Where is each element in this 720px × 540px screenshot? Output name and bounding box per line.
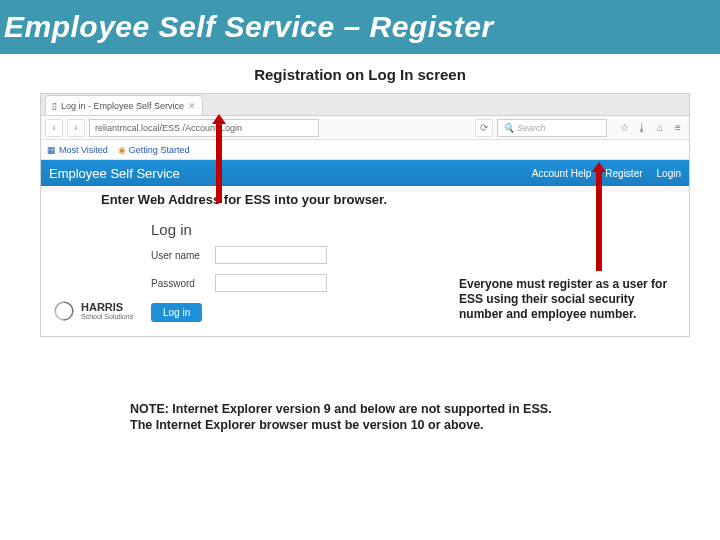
tab-favicon: ▯ [52,101,57,111]
browser-tab[interactable]: ▯ Log in - Employee Self Service ✕ [45,95,203,115]
logo-swirl-icon [53,300,75,322]
bookmark-getting-started[interactable]: ◉ Getting Started [118,145,190,155]
grid-icon: ▦ [47,145,56,155]
bookmark-label: Most Visited [59,145,108,155]
home-icon[interactable]: ⌂ [653,121,667,135]
tab-strip: ▯ Log in - Employee Self Service ✕ [41,94,689,116]
menu-icon[interactable]: ≡ [671,121,685,135]
search-placeholder: Search [517,123,546,133]
login-area: HARRIS School Solutions Log in User name… [41,213,689,336]
footer-note-line2: The Internet Explorer browser must be ve… [130,417,660,433]
slide-title-bar: Employee Self Service – Register [0,0,720,54]
toolbar-icons: ☆ ⭳ ⌂ ≡ [617,121,685,135]
login-heading: Log in [151,221,341,238]
password-label: Password [151,278,209,289]
username-input[interactable] [215,246,327,264]
arrow-to-url [216,123,222,203]
logo-column: HARRIS School Solutions [51,219,151,322]
browser-window: ▯ Log in - Employee Self Service ✕ ‹ › r… [40,93,690,337]
browser-search-input[interactable]: 🔍 Search [497,119,607,137]
callout-register-text: Everyone must register as a user for ESS… [459,277,679,322]
bookmark-most-visited[interactable]: ▦ Most Visited [47,145,108,155]
harris-logo: HARRIS School Solutions [53,300,151,322]
link-account-help[interactable]: Account Help [532,168,591,179]
refresh-button[interactable]: ⟳ [475,119,493,137]
close-tab-icon[interactable]: ✕ [188,101,196,111]
url-input[interactable]: reliantmcal.local/ESS /Account/Login [89,119,319,137]
search-icon: 🔍 [503,123,514,133]
callout-register-column: Everyone must register as a user for ESS… [341,219,679,322]
password-input[interactable] [215,274,327,292]
bookmark-label: Getting Started [129,145,190,155]
login-button[interactable]: Log in [151,303,202,322]
back-button[interactable]: ‹ [45,119,63,137]
app-header-links: Account Help Register Login [532,168,681,179]
username-label: User name [151,250,209,261]
forward-button[interactable]: › [67,119,85,137]
slide-subtitle: Registration on Log In screen [0,66,720,83]
download-icon[interactable]: ⭳ [635,121,649,135]
swirl-icon: ◉ [118,145,126,155]
arrow-to-register [596,171,602,271]
link-login[interactable]: Login [657,168,681,179]
logo-text: HARRIS [81,301,123,313]
app-brand: Employee Self Service [49,166,180,181]
bookmark-bar: ▦ Most Visited ◉ Getting Started [41,140,689,160]
address-bar-row: ‹ › reliantmcal.local/ESS /Account/Login… [41,116,689,140]
logo-subtext: School Solutions [81,313,133,320]
footer-note: NOTE: Internet Explorer version 9 and be… [130,401,660,434]
star-icon[interactable]: ☆ [617,121,631,135]
link-register[interactable]: Register [605,168,642,179]
login-form: Log in User name Password Log in [151,219,341,322]
footer-note-line1: NOTE: Internet Explorer version 9 and be… [130,401,660,417]
slide-title: Employee Self Service – Register [4,10,494,44]
tab-title: Log in - Employee Self Service [61,101,184,111]
